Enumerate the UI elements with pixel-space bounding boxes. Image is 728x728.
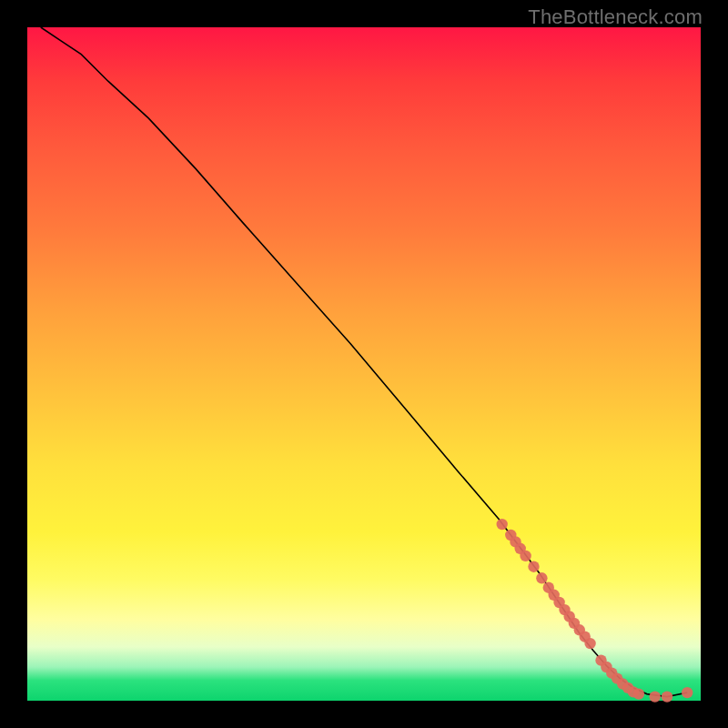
data-markers	[497, 519, 693, 703]
data-point	[650, 691, 661, 702]
data-point	[662, 691, 672, 702]
watermark-text: TheBottleneck.com	[528, 5, 703, 29]
data-point	[520, 551, 531, 561]
data-point	[528, 561, 539, 572]
data-point	[497, 519, 508, 530]
curve-line	[41, 27, 687, 697]
data-point	[682, 687, 693, 698]
bottleneck-chart	[27, 27, 701, 701]
data-point	[536, 572, 547, 583]
data-point	[633, 688, 644, 699]
data-point	[584, 638, 595, 649]
